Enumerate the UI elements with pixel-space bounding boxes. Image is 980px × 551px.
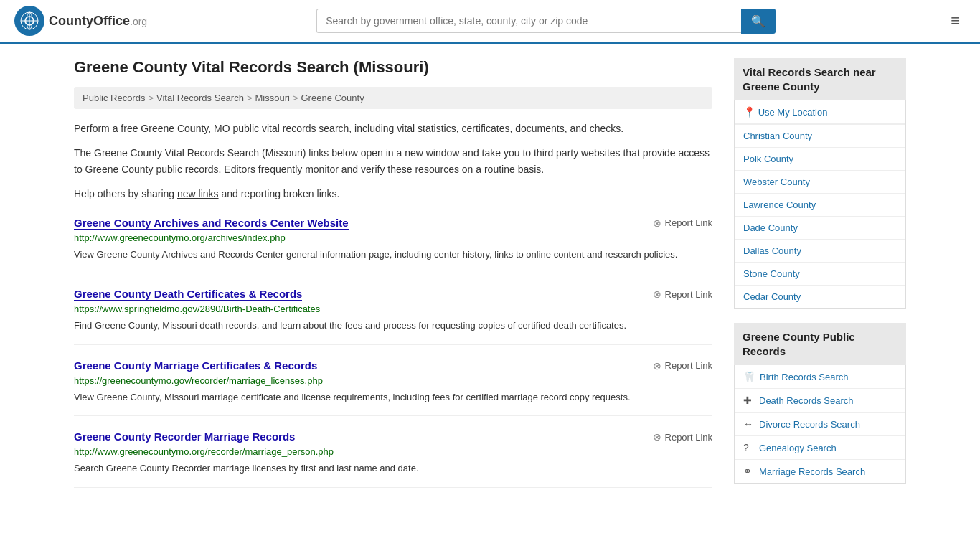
sidebar-public-records-section: Greene County Public Records 🦷 Birth Rec… xyxy=(734,323,906,484)
content-area: Greene County Vital Records Search (Miss… xyxy=(74,58,712,498)
result-url-2: https://greenecountymo.gov/recorder/marr… xyxy=(74,375,712,386)
search-area: 🔍 xyxy=(316,9,776,34)
sidebar-item-webster-county[interactable]: Webster County xyxy=(735,171,905,194)
description-para3: Help others by sharing new links and rep… xyxy=(74,186,712,202)
report-label-1: Report Link xyxy=(665,289,712,300)
sidebar-use-location[interactable]: 📍 Use My Location xyxy=(735,100,905,125)
report-label-0: Report Link xyxy=(665,217,712,228)
breadcrumb-missouri[interactable]: Missouri xyxy=(255,93,290,103)
result-desc-0: View Greene County Archives and Records … xyxy=(74,248,712,262)
death-icon: ✚ xyxy=(743,395,755,406)
description-para2: The Greene County Vital Records Search (… xyxy=(74,145,712,177)
result-item-3: Greene County Recorder Marriage Records … xyxy=(74,430,712,488)
sidebar-item-genealogy[interactable]: ? Genealogy Search xyxy=(735,436,905,460)
result-url-1: https://www.springfieldmo.gov/2890/Birth… xyxy=(74,303,712,314)
breadcrumb-vital-records[interactable]: Vital Records Search xyxy=(156,93,244,103)
new-links-link[interactable]: new links xyxy=(177,188,219,199)
birth-records-label: Birth Records Search xyxy=(760,372,849,382)
result-title-link-0[interactable]: Greene County Archives and Records Cente… xyxy=(74,217,349,230)
use-location-link[interactable]: 📍 Use My Location xyxy=(735,100,905,124)
report-link-3[interactable]: ⊗ Report Link xyxy=(653,431,712,443)
breadcrumb-public-records[interactable]: Public Records xyxy=(83,93,145,103)
sidebar-item-birth-records[interactable]: 🦷 Birth Records Search xyxy=(735,365,905,389)
search-icon: 🔍 xyxy=(751,15,765,27)
result-title-link-2[interactable]: Greene County Marriage Certificates & Re… xyxy=(74,359,317,372)
sidebar-item-dade-county[interactable]: Dade County xyxy=(735,217,905,240)
report-link-2[interactable]: ⊗ Report Link xyxy=(653,360,712,372)
sidebar-item-marriage-records[interactable]: ⚭ Marriage Records Search xyxy=(735,460,905,483)
sidebar-item-death-records[interactable]: ✚ Death Records Search xyxy=(735,389,905,413)
header: CountyOffice.org 🔍 ≡ xyxy=(0,0,980,44)
result-title-link-1[interactable]: Greene County Death Certificates & Recor… xyxy=(74,288,302,301)
result-desc-2: View Greene County, Missouri marriage ce… xyxy=(74,390,712,405)
breadcrumb-sep-2: > xyxy=(247,93,253,103)
breadcrumb-current: Greene County xyxy=(301,93,364,103)
breadcrumb-sep-3: > xyxy=(293,93,298,103)
sidebar-item-polk-county[interactable]: Polk County xyxy=(735,148,905,171)
sidebar-item-stone-county[interactable]: Stone County xyxy=(735,263,905,286)
result-title-row-1: Greene County Death Certificates & Recor… xyxy=(74,288,712,301)
result-item-2: Greene County Marriage Certificates & Re… xyxy=(74,359,712,417)
death-records-label: Death Records Search xyxy=(759,395,854,406)
page-title: Greene County Vital Records Search (Miss… xyxy=(74,58,712,77)
results-container: Greene County Archives and Records Cente… xyxy=(74,217,712,488)
breadcrumb-sep-1: > xyxy=(148,93,154,103)
result-desc-3: Search Greene County Recorder marriage l… xyxy=(74,461,712,476)
report-icon-2: ⊗ xyxy=(653,360,661,372)
description-para1: Perform a free Greene County, MO public … xyxy=(74,121,712,136)
report-label-3: Report Link xyxy=(665,432,712,443)
result-item-0: Greene County Archives and Records Cente… xyxy=(74,217,712,274)
report-link-0[interactable]: ⊗ Report Link xyxy=(653,217,712,229)
result-title-row-0: Greene County Archives and Records Cente… xyxy=(74,217,712,230)
divorce-icon: ↔ xyxy=(743,418,755,430)
marriage-icon: ⚭ xyxy=(743,466,755,477)
sidebar-item-dallas-county[interactable]: Dallas County xyxy=(735,240,905,263)
logo-icon xyxy=(14,6,44,36)
logo-area: CountyOffice.org xyxy=(14,6,147,36)
result-desc-1: Find Greene County, Missouri death recor… xyxy=(74,319,712,333)
sidebar-nearby-list: 📍 Use My Location Christian County Polk … xyxy=(734,100,906,309)
logo-text: CountyOffice.org xyxy=(49,14,147,29)
sidebar: Vital Records Search near Greene County … xyxy=(734,58,906,498)
report-link-1[interactable]: ⊗ Report Link xyxy=(653,288,712,300)
sidebar-public-records-list: 🦷 Birth Records Search ✚ Death Records S… xyxy=(734,365,906,484)
sidebar-item-lawrence-county[interactable]: Lawrence County xyxy=(735,194,905,217)
result-title-row-3: Greene County Recorder Marriage Records … xyxy=(74,430,712,443)
hamburger-icon: ≡ xyxy=(951,11,960,29)
report-icon-3: ⊗ xyxy=(653,431,661,443)
report-label-2: Report Link xyxy=(665,360,712,371)
result-title-row-2: Greene County Marriage Certificates & Re… xyxy=(74,359,712,372)
sidebar-item-divorce-records[interactable]: ↔ Divorce Records Search xyxy=(735,413,905,436)
sidebar-item-christian-county[interactable]: Christian County xyxy=(735,125,905,148)
use-location-label: Use My Location xyxy=(758,107,828,118)
location-icon: 📍 xyxy=(743,106,755,118)
genealogy-label: Genealogy Search xyxy=(759,443,837,453)
result-title-link-3[interactable]: Greene County Recorder Marriage Records xyxy=(74,430,295,443)
report-icon-1: ⊗ xyxy=(653,288,661,300)
genealogy-icon: ? xyxy=(743,442,755,453)
report-icon-0: ⊗ xyxy=(653,217,661,229)
search-button[interactable]: 🔍 xyxy=(741,9,776,34)
result-url-3: http://www.greenecountymo.org/recorder/m… xyxy=(74,446,712,457)
birth-icon: 🦷 xyxy=(743,371,755,382)
divorce-records-label: Divorce Records Search xyxy=(759,419,860,430)
breadcrumb: Public Records > Vital Records Search > … xyxy=(74,87,712,109)
sidebar-public-records-header: Greene County Public Records xyxy=(734,323,906,365)
sidebar-nearby-section: Vital Records Search near Greene County … xyxy=(734,58,906,309)
result-url-0: http://www.greenecountymo.org/archives/i… xyxy=(74,232,712,243)
sidebar-nearby-header: Vital Records Search near Greene County xyxy=(734,58,906,100)
sidebar-item-cedar-county[interactable]: Cedar County xyxy=(735,286,905,308)
main-container: Greene County Vital Records Search (Miss… xyxy=(60,44,920,512)
search-input[interactable] xyxy=(316,9,741,33)
result-item-1: Greene County Death Certificates & Recor… xyxy=(74,288,712,345)
marriage-records-label: Marriage Records Search xyxy=(759,466,865,477)
menu-button[interactable]: ≡ xyxy=(945,9,966,33)
